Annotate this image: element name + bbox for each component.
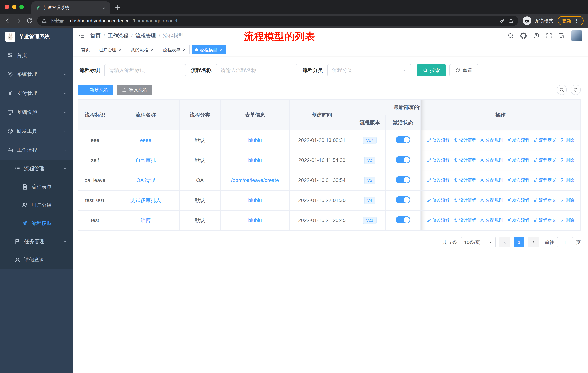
process-key-input[interactable] (104, 64, 186, 77)
process-name-input[interactable] (216, 64, 297, 77)
sidebar-fold-icon[interactable] (78, 32, 85, 39)
create-process-button[interactable]: 新建流程 (78, 84, 113, 95)
sidebar-item-process-manage[interactable]: 流程管理 (0, 160, 73, 178)
row-action-delete[interactable]: 删除 (560, 217, 574, 223)
back-icon[interactable] (4, 18, 11, 24)
row-action-modify[interactable]: 修改流程 (427, 157, 450, 163)
browser-update-button[interactable]: 更新 ⋮ (558, 16, 584, 26)
breadcrumb-item[interactable]: 首页 (90, 32, 101, 39)
breadcrumb-item[interactable]: 流程管理 (136, 32, 156, 39)
row-action-assign-rule[interactable]: 分配规则 (480, 157, 503, 163)
process-name-link[interactable]: OA 请假 (136, 177, 155, 183)
close-icon[interactable] (219, 48, 223, 52)
process-name-link[interactable]: eeee (140, 137, 151, 143)
active-toggle[interactable] (396, 156, 410, 163)
reset-button[interactable]: 重置 (450, 64, 478, 77)
form-info-link[interactable]: biubiu (248, 197, 262, 203)
page-size-select[interactable]: 10条/页 (461, 237, 496, 247)
help-icon[interactable] (533, 32, 539, 39)
page-number-button[interactable]: 1 (514, 237, 524, 247)
next-page-button[interactable] (528, 237, 539, 247)
sidebar-item-leave-query[interactable]: 请假查询 (0, 251, 73, 269)
search-button[interactable]: 搜索 (417, 64, 446, 77)
active-toggle[interactable] (396, 176, 410, 183)
toggle-search-button[interactable] (557, 85, 567, 95)
close-window-button[interactable] (5, 5, 9, 9)
row-action-deploy[interactable]: 发布流程 (507, 137, 530, 143)
sidebar-item-payment[interactable]: 支付管理 (0, 84, 73, 103)
row-action-design[interactable]: 设计流程 (453, 177, 476, 183)
browser-tab[interactable]: 芋道管理系统 (31, 1, 110, 14)
view-tag-4[interactable]: 流程模型 (192, 45, 226, 54)
user-avatar[interactable] (571, 30, 582, 41)
row-action-definition[interactable]: 流程定义 (533, 197, 556, 203)
sidebar-item-home[interactable]: 首页 (0, 46, 73, 65)
sidebar-item-infrastructure[interactable]: 基础设施 (0, 103, 73, 122)
row-action-modify[interactable]: 修改流程 (427, 137, 450, 143)
sidebar-item-workflow[interactable]: 工作流程 (0, 141, 73, 160)
row-action-modify[interactable]: 修改流程 (427, 217, 450, 223)
row-action-delete[interactable]: 删除 (560, 197, 574, 203)
close-icon[interactable] (118, 48, 122, 52)
process-name-link[interactable]: 自己审批 (136, 157, 156, 163)
view-tag-1[interactable]: 租户管理 (95, 45, 126, 54)
sidebar-item-process-model[interactable]: 流程模型 (0, 214, 73, 232)
row-action-definition[interactable]: 流程定义 (533, 157, 556, 163)
bookmark-star-icon[interactable] (508, 18, 514, 24)
process-name-link[interactable]: 测试多审批人 (130, 197, 161, 203)
not-secure-icon[interactable] (42, 18, 47, 23)
view-tag-2[interactable]: 我的流程 (128, 45, 158, 54)
row-action-deploy[interactable]: 发布流程 (507, 197, 530, 203)
sidebar-item-dev-tools[interactable]: 研发工具 (0, 122, 73, 141)
row-action-assign-rule[interactable]: 分配规则 (480, 137, 503, 143)
active-toggle[interactable] (396, 196, 410, 203)
refresh-table-button[interactable] (570, 85, 581, 95)
row-action-assign-rule[interactable]: 分配规则 (480, 177, 503, 183)
row-action-assign-rule[interactable]: 分配规则 (480, 217, 503, 223)
sidebar-item-process-form[interactable]: 流程表单 (0, 178, 73, 196)
sidebar-logo[interactable]: 芋道管理系统 (0, 28, 73, 46)
breadcrumb-item[interactable]: 工作流程 (108, 32, 128, 39)
sidebar-item-user-group[interactable]: 用户分组 (0, 196, 73, 214)
close-icon[interactable] (150, 48, 154, 52)
view-tag-3[interactable]: 流程表单 (160, 45, 189, 54)
form-info-link[interactable]: /bpm/oa/leave/create (231, 177, 279, 183)
close-icon[interactable] (182, 48, 186, 52)
row-action-modify[interactable]: 修改流程 (427, 177, 450, 183)
close-icon[interactable] (102, 5, 106, 10)
row-action-definition[interactable]: 流程定义 (533, 177, 556, 183)
form-info-link[interactable]: biubiu (248, 157, 262, 163)
active-toggle[interactable] (396, 216, 410, 223)
goto-page-input[interactable] (557, 237, 573, 247)
row-action-design[interactable]: 设计流程 (453, 197, 476, 203)
forward-icon[interactable] (15, 18, 22, 24)
search-icon[interactable] (507, 32, 514, 39)
row-action-delete[interactable]: 删除 (560, 157, 574, 163)
reload-icon[interactable] (26, 18, 33, 24)
fullscreen-icon[interactable] (546, 32, 552, 39)
font-size-icon[interactable] (558, 32, 565, 39)
row-action-definition[interactable]: 流程定义 (533, 217, 556, 223)
sidebar-item-task-manage[interactable]: 任务管理 (0, 232, 73, 251)
import-process-button[interactable]: 导入流程 (117, 84, 152, 95)
row-action-deploy[interactable]: 发布流程 (507, 217, 530, 223)
process-name-link[interactable]: 滔博 (141, 217, 151, 223)
browser-menu-icon[interactable]: ⋮ (574, 18, 579, 24)
row-action-delete[interactable]: 删除 (560, 177, 574, 183)
active-toggle[interactable] (396, 136, 410, 143)
new-tab-button[interactable] (114, 4, 122, 12)
github-icon[interactable] (520, 32, 527, 39)
row-action-design[interactable]: 设计流程 (453, 217, 476, 223)
row-action-definition[interactable]: 流程定义 (533, 137, 556, 143)
row-action-assign-rule[interactable]: 分配规则 (480, 197, 503, 203)
maximize-window-button[interactable] (19, 5, 24, 9)
key-icon[interactable] (499, 18, 505, 24)
sidebar-item-system[interactable]: 系统管理 (0, 65, 73, 84)
row-action-deploy[interactable]: 发布流程 (507, 157, 530, 163)
form-info-link[interactable]: biubiu (248, 137, 262, 143)
row-action-delete[interactable]: 删除 (560, 137, 574, 143)
prev-page-button[interactable] (499, 237, 510, 247)
category-select[interactable]: 流程分类 (327, 64, 411, 77)
minimize-window-button[interactable] (12, 5, 16, 9)
address-bar[interactable]: 不安全 dashboard.yudao.iocoder.cn /bpm/mana… (37, 16, 518, 26)
